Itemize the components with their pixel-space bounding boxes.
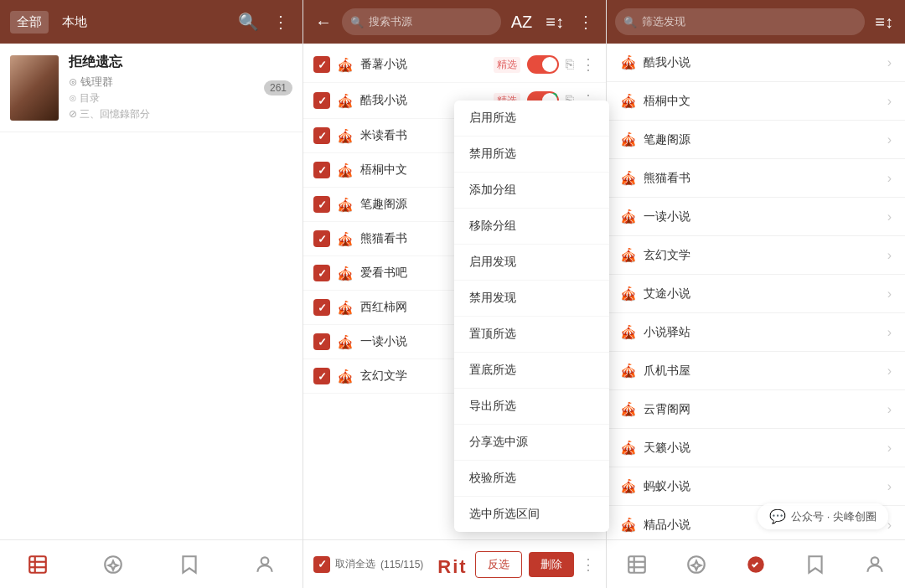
dropdown-item[interactable]: 添加分组 <box>454 173 609 209</box>
discover-item[interactable]: 🎪 梧桐中文 › <box>607 82 905 121</box>
chevron-right-icon: › <box>887 171 892 186</box>
source-checkbox[interactable] <box>313 56 330 73</box>
svg-rect-6 <box>628 556 645 573</box>
discover-item[interactable]: 🎪 蚂蚁小说 › <box>607 467 905 506</box>
panel-right: 🔍 筛选发现 ≡↕ 🎪 酷我小说 › 🎪 梧桐中文 › 🎪 笔趣阁源 › 🎪 熊… <box>607 0 905 588</box>
svg-point-5 <box>261 557 269 565</box>
discover-item[interactable]: 🎪 艾途小说 › <box>607 275 905 313</box>
dropdown-item[interactable]: 置顶所选 <box>454 317 609 353</box>
right-bookshelf-icon[interactable] <box>613 549 661 580</box>
more-icon-middle[interactable]: ⋮ <box>574 8 597 35</box>
dropdown-item[interactable]: 移除分组 <box>454 209 609 245</box>
dropdown-menu: 启用所选禁用所选添加分组移除分组启用发现禁用发现置顶所选置底所选导出所选分享选中… <box>454 101 609 532</box>
discover-item[interactable]: 🎪 酷我小说 › <box>607 44 905 82</box>
select-all-label: 取消全选 <box>335 557 375 571</box>
left-top-bar: 全部 本地 🔍 ⋮ <box>0 0 303 44</box>
tab-local[interactable]: 本地 <box>55 11 94 34</box>
right-bottom-bar <box>607 539 905 588</box>
chevron-right-icon: › <box>887 286 892 302</box>
bookshelf-icon[interactable] <box>13 549 62 580</box>
dropdown-item[interactable]: 禁用发现 <box>454 281 609 317</box>
source-checkbox[interactable] <box>313 368 330 384</box>
right-top-bar: 🔍 筛选发现 ≡↕ <box>607 0 905 44</box>
dropdown-item[interactable]: 分享选中源 <box>454 425 609 461</box>
book-title: 拒绝遗忘 <box>69 54 254 71</box>
more-icon[interactable]: ⋮ <box>581 55 596 74</box>
chevron-right-icon: › <box>887 55 892 70</box>
discover-item[interactable]: 🎪 笔趣阁源 › <box>607 121 905 159</box>
dropdown-item[interactable]: 选中所选区间 <box>454 497 609 532</box>
search-icon-right: 🔍 <box>623 16 637 28</box>
right-search-box[interactable]: 🔍 筛选发现 <box>615 8 865 35</box>
dropdown-item[interactable]: 置底所选 <box>454 353 609 389</box>
discover-item[interactable]: 🎪 精品小说 › <box>607 506 905 539</box>
toggle-on[interactable] <box>527 55 559 74</box>
copy-icon[interactable]: ⎘ <box>566 57 574 72</box>
more-icon[interactable]: ⋮ <box>269 8 292 35</box>
book-author: ⊙ 钱理群 <box>69 75 254 90</box>
discover-emoji: 🎪 <box>620 170 637 186</box>
dropdown-item[interactable]: 启用发现 <box>454 245 609 281</box>
bookmark-icon[interactable] <box>165 549 214 580</box>
discover-item[interactable]: 🎪 一读小说 › <box>607 198 905 236</box>
source-checkbox[interactable] <box>313 299 330 316</box>
discover-item[interactable]: 🎪 云霄阁网 › <box>607 390 905 429</box>
panel-middle: ← 🔍 搜索书源 AZ ≡↕ ⋮ 🎪 番薯小说 精选 ⎘ ⋮ 🎪 酷我小说 精选… <box>303 0 607 588</box>
select-all-checkbox[interactable] <box>313 556 330 573</box>
svg-point-12 <box>871 557 879 565</box>
bottom-more-icon[interactable]: ⋮ <box>581 555 596 574</box>
reverse-button[interactable]: 反选 <box>475 551 522 578</box>
discover-item[interactable]: 🎪 天籁小说 › <box>607 429 905 467</box>
discover-item[interactable]: 🎪 爪机书屋 › <box>607 352 905 390</box>
az-button[interactable]: AZ <box>508 9 536 35</box>
tab-all[interactable]: 全部 <box>10 11 49 34</box>
discover-item[interactable]: 🎪 熊猫看书 › <box>607 159 905 198</box>
chevron-right-icon: › <box>887 94 892 109</box>
dropdown-item[interactable]: 禁用所选 <box>454 137 609 173</box>
discover-name: 天籁小说 <box>644 441 887 456</box>
right-profile-icon[interactable] <box>851 549 899 580</box>
source-checkbox[interactable] <box>313 92 330 109</box>
source-checkbox[interactable] <box>313 162 330 178</box>
select-all-area[interactable]: 取消全选 (115/115) <box>313 556 423 573</box>
source-emoji: 🎪 <box>337 162 354 178</box>
source-checkbox[interactable] <box>313 127 330 144</box>
book-item[interactable]: 拒绝遗忘 ⊙ 钱理群 ⊙ 目录 ⊘ 三、回憶錄部分 261 <box>0 44 303 132</box>
chevron-right-icon: › <box>887 402 892 417</box>
discover-emoji: 🎪 <box>620 209 637 224</box>
discover-icon[interactable] <box>89 549 137 580</box>
source-item[interactable]: 🎪 番薯小说 精选 ⎘ ⋮ <box>303 47 606 83</box>
right-bookmark-icon[interactable] <box>791 549 840 580</box>
source-emoji: 🎪 <box>337 93 354 109</box>
profile-icon[interactable] <box>240 549 289 580</box>
discover-name: 玄幻文学 <box>644 248 887 263</box>
chevron-right-icon: › <box>887 132 892 147</box>
dropdown-item[interactable]: 导出所选 <box>454 389 609 425</box>
source-checkbox[interactable] <box>313 196 330 213</box>
right-sort-icon[interactable]: ≡↕ <box>871 9 897 35</box>
back-icon[interactable]: ← <box>312 9 335 35</box>
middle-top-bar: ← 🔍 搜索书源 AZ ≡↕ ⋮ <box>303 0 606 44</box>
delete-button[interactable]: 删除 <box>529 552 574 577</box>
chevron-right-icon: › <box>887 518 892 533</box>
source-emoji: 🎪 <box>337 266 354 281</box>
select-count: (115/115) <box>380 559 423 570</box>
right-edit-icon[interactable] <box>732 549 780 580</box>
discover-list: 🎪 酷我小说 › 🎪 梧桐中文 › 🎪 笔趣阁源 › 🎪 熊猫看书 › 🎪 一读… <box>607 44 905 539</box>
discover-item[interactable]: 🎪 玄幻文学 › <box>607 236 905 275</box>
source-checkbox[interactable] <box>313 230 330 247</box>
rit-label: Rit <box>437 556 467 578</box>
source-emoji: 🎪 <box>337 57 354 73</box>
dropdown-item[interactable]: 校验所选 <box>454 461 609 497</box>
discover-item[interactable]: 🎪 小说驿站 › <box>607 313 905 352</box>
sort-icon[interactable]: ≡↕ <box>542 9 567 35</box>
search-icon[interactable]: 🔍 <box>235 8 262 35</box>
source-emoji: 🎪 <box>337 300 354 316</box>
search-box[interactable]: 🔍 搜索书源 <box>342 8 501 35</box>
source-checkbox[interactable] <box>313 333 330 350</box>
dropdown-item[interactable]: 启用所选 <box>454 101 609 137</box>
right-discover-icon[interactable] <box>672 549 721 580</box>
svg-rect-0 <box>29 556 46 573</box>
chevron-right-icon: › <box>887 364 892 379</box>
source-checkbox[interactable] <box>313 265 330 281</box>
